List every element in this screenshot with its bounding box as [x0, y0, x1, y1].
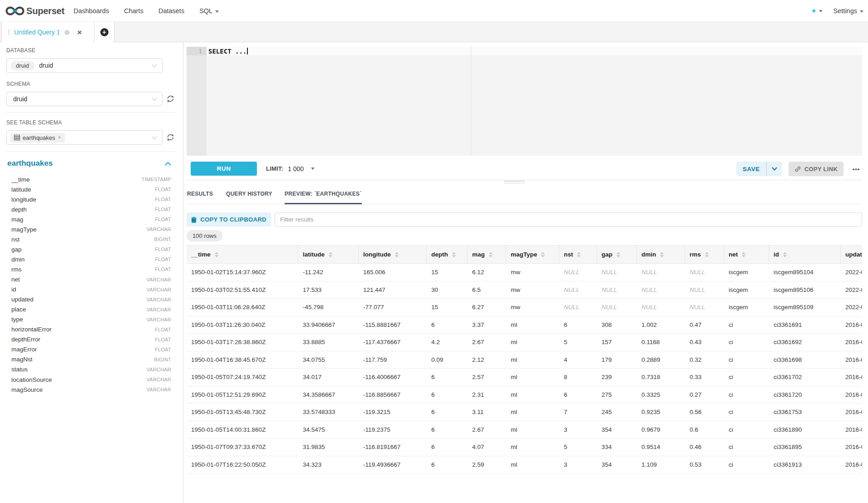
save-menu-chevron[interactable] — [767, 167, 782, 171]
chevron-up-icon[interactable] — [164, 162, 172, 166]
filter-results-input[interactable]: Filter results — [275, 212, 862, 227]
sort-icon[interactable] — [616, 252, 620, 257]
results-tab-1[interactable]: QUERY HISTORY — [226, 191, 272, 197]
schema-column-row[interactable]: depthFLOAT — [11, 204, 171, 214]
schema-column-row[interactable]: depthErrorFLOAT — [11, 335, 171, 345]
schema-column-row[interactable]: locationSourceVARCHAR — [11, 375, 171, 385]
nav-item-datasets[interactable]: Datasets — [158, 7, 184, 15]
schema-column-row[interactable]: horizontalErrorFLOAT — [11, 325, 171, 335]
table-cell: 2016-0 — [841, 334, 862, 351]
sort-icon[interactable] — [395, 252, 399, 257]
sort-icon[interactable] — [329, 252, 332, 257]
sort-icon[interactable] — [541, 252, 545, 257]
column-header-net[interactable]: net — [724, 246, 769, 263]
table-select[interactable]: earthquakes × — [6, 130, 163, 145]
table-cell: -117.759 — [359, 351, 427, 369]
column-header-dmin[interactable]: dmin — [637, 246, 685, 263]
table-cell: NULL — [637, 264, 685, 281]
add-tab-button[interactable]: + — [100, 28, 108, 36]
schema-column-row[interactable]: magTypeVARCHAR — [11, 224, 171, 234]
schema-column-row[interactable]: longitudeFLOAT — [11, 194, 171, 204]
table-cell: 2.57 — [468, 369, 506, 386]
column-type: VARCHAR — [147, 287, 171, 292]
schema-column-row[interactable]: magSourceVARCHAR — [11, 385, 171, 395]
schema-column-row[interactable]: magErrorFLOAT — [11, 345, 171, 355]
schema-column-row[interactable]: dminFLOAT — [11, 254, 171, 264]
sort-icon[interactable] — [577, 252, 581, 257]
settings-menu[interactable]: Settings — [833, 7, 863, 15]
run-button[interactable]: RUN — [191, 162, 257, 176]
column-header-nst[interactable]: nst — [559, 246, 597, 263]
table-cell: 334 — [597, 439, 637, 456]
schema-column-row[interactable]: netVARCHAR — [11, 275, 171, 285]
save-button[interactable]: SAVE — [736, 162, 782, 176]
sort-icon[interactable] — [705, 252, 709, 257]
table-section-title[interactable]: earthquakes — [7, 159, 53, 168]
table-cell: 0.27 — [685, 386, 724, 404]
query-tab[interactable]: Untitled Query 1 × — [1, 22, 94, 43]
table-cell: 6.12 — [468, 264, 506, 281]
schema-column-row[interactable]: gapFLOAT — [11, 244, 171, 254]
table-cell: -116.8191667 — [359, 439, 427, 456]
column-header-gap[interactable]: gap — [597, 246, 637, 263]
nav-item-dashboards[interactable]: Dashboards — [74, 7, 109, 15]
table-cell: 2016-0 — [841, 351, 862, 369]
copy-link-button[interactable]: COPY LINK — [789, 162, 843, 176]
schema-column-row[interactable]: statusVARCHAR — [11, 365, 171, 375]
column-header-rms[interactable]: rms — [685, 246, 724, 263]
table-cell: 34.3586667 — [298, 386, 359, 404]
column-header-__time[interactable]: __time — [187, 246, 298, 263]
limit-dropdown[interactable]: LIMIT: 1 000 — [266, 162, 315, 176]
sort-icon[interactable] — [452, 252, 456, 257]
results-tab-2[interactable]: PREVIEW: `EARTHQUAKES` — [285, 191, 362, 197]
sort-icon[interactable] — [660, 252, 664, 257]
schema-column-row[interactable]: magNstBIGINT — [11, 355, 171, 365]
table-cell: ci3361913 — [769, 456, 841, 473]
column-header-updated[interactable]: updated — [841, 246, 862, 263]
sort-icon[interactable] — [742, 252, 745, 257]
refresh-tables-icon[interactable] — [166, 133, 175, 142]
column-header-longitude[interactable]: longitude — [359, 246, 427, 263]
column-header-magType[interactable]: magType — [506, 246, 559, 263]
schema-column-row[interactable]: latitudeFLOAT — [11, 184, 171, 194]
schema-column-row[interactable]: rmsFLOAT — [11, 264, 171, 274]
brand[interactable]: Superset — [26, 0, 64, 22]
more-options-button[interactable]: ••• — [848, 162, 864, 176]
table-cell: ci3361698 — [769, 351, 841, 369]
table-cell: NULL — [597, 264, 637, 281]
column-type: FLOAT — [155, 347, 171, 352]
table-pill-label: earthquakes — [23, 134, 55, 141]
table-cell: ci — [724, 316, 769, 334]
table-cell: 5 — [559, 334, 597, 351]
schema-column-row[interactable]: typeVARCHAR — [11, 315, 171, 325]
sort-icon[interactable] — [783, 252, 787, 257]
sort-icon[interactable] — [215, 252, 218, 257]
schema-column-row[interactable]: idVARCHAR — [11, 285, 171, 295]
column-header-latitude[interactable]: latitude — [298, 246, 359, 263]
table-cell: 6 — [427, 404, 468, 421]
table-cell: 2016-0 — [841, 404, 862, 421]
column-header-depth[interactable]: depth — [427, 246, 468, 263]
schema-column-row[interactable]: __timeTIMESTAMP — [11, 174, 171, 184]
schema-column-row[interactable]: nstBIGINT — [11, 234, 171, 244]
column-header-id[interactable]: id — [769, 246, 841, 263]
nav-item-charts[interactable]: Charts — [124, 7, 143, 15]
schema-select[interactable]: druid — [6, 92, 163, 106]
database-select[interactable]: druid druid — [6, 58, 163, 73]
refresh-schema-icon[interactable] — [166, 95, 175, 104]
column-header-mag[interactable]: mag — [468, 246, 506, 263]
sort-icon[interactable] — [489, 252, 493, 257]
table-cell: 308 — [597, 316, 637, 334]
schema-column-row[interactable]: placeVARCHAR — [11, 305, 171, 315]
close-tab-icon[interactable]: × — [77, 29, 82, 36]
results-tab-0[interactable]: RESULTS — [187, 191, 213, 197]
new-plus-menu[interactable]: + — [812, 6, 823, 15]
schema-column-row[interactable]: updatedVARCHAR — [11, 295, 171, 305]
nav-item-sql[interactable]: SQL — [199, 7, 219, 15]
active-tab-underline — [285, 203, 362, 204]
remove-table-icon[interactable]: × — [58, 134, 61, 141]
table-cell: ci3361890 — [769, 421, 841, 439]
schema-column-row[interactable]: magFLOAT — [11, 214, 171, 224]
copy-to-clipboard-button[interactable]: COPY TO CLIPBOARD — [187, 212, 271, 227]
sql-editor[interactable]: 1 SELECT ... — [187, 47, 862, 156]
